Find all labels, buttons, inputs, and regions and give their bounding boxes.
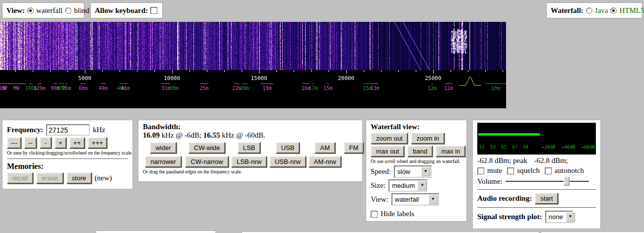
- bandwidth-readout: 16.09 kHz @ -6dB; 16.55 kHz @ -60dB.: [143, 131, 358, 140]
- view-waterfall-label[interactable]: waterfall: [36, 6, 63, 15]
- view-select-value: waterfall: [395, 196, 419, 203]
- view-blind-label[interactable]: blind: [74, 6, 89, 15]
- s-meter-scale-label: S5: [501, 145, 507, 150]
- bandwidth-label: Bandwidth:: [143, 123, 358, 131]
- chevron-down-icon[interactable]: ▼: [429, 195, 438, 204]
- view-blind-radio[interactable]: [65, 7, 71, 14]
- volume-label: Volume:: [477, 177, 503, 186]
- waterfall-java-label[interactable]: Java: [595, 6, 608, 15]
- volume-slider-track: [506, 181, 589, 182]
- size-select[interactable]: medium ▼: [388, 179, 427, 192]
- memory-erase-button[interactable]: erase: [36, 172, 64, 184]
- squelch-label[interactable]: squelch: [517, 166, 540, 175]
- s-meter-scale-label: +20dB: [542, 145, 555, 150]
- zoom-out-button[interactable]: zoom out: [371, 133, 408, 144]
- frequency-scale[interactable]: [0, 70, 506, 108]
- mute-checkbox[interactable]: [477, 167, 484, 174]
- squelch-toggle: squelch: [507, 166, 540, 175]
- bandwidth-hint: Or drag the passband edges on the freque…: [143, 169, 358, 174]
- freq-step-button-5[interactable]: +++: [88, 137, 107, 149]
- memories-label: Memories:: [7, 162, 128, 171]
- chevron-down-icon[interactable]: ▼: [421, 167, 430, 176]
- view-mode-box: View: waterfall blind: [2, 2, 84, 18]
- bandwidth-lsb-nrw-button[interactable]: LSB-nrw: [231, 156, 267, 167]
- speed-value: slow: [397, 168, 410, 175]
- mute-toggle: mute: [477, 166, 502, 175]
- audio-recording-label: Audio recording:: [477, 194, 532, 203]
- autonotch-checkbox[interactable]: [545, 167, 552, 174]
- s-meter-bar: [478, 133, 540, 136]
- waterfall-mode-box: Waterfall: Java HTML5: [546, 2, 643, 18]
- s-meter-scale-label: S9: [523, 145, 528, 150]
- allow-keyboard-box: Allow keyboard:: [90, 2, 163, 18]
- view-select[interactable]: waterfall ▼: [391, 193, 439, 206]
- size-value: medium: [392, 182, 415, 189]
- memory-store-button[interactable]: store: [66, 172, 92, 184]
- waterfall-mode-label: Waterfall:: [551, 6, 583, 15]
- hide-labels-checkbox[interactable]: [371, 211, 378, 218]
- memories-note: (new): [95, 174, 112, 182]
- recording-start-button[interactable]: start: [535, 193, 558, 204]
- freq-step-button-4[interactable]: ++: [69, 137, 85, 149]
- waterfall-html5-label[interactable]: HTML5: [619, 6, 644, 15]
- frequency-unit: kHz: [93, 126, 105, 134]
- freq-step-button-3[interactable]: +: [55, 137, 66, 149]
- view-waterfall-radio[interactable]: [27, 7, 34, 14]
- waterfall-view-panel: Waterfall view: zoom outzoom in max outb…: [366, 120, 467, 222]
- frequency-hint: Or tune by clicking/dragging/scrollwheel…: [7, 150, 128, 155]
- bandwidth-usb-button[interactable]: USB: [276, 142, 300, 154]
- speed-label: Speed:: [371, 167, 391, 176]
- s-meter-scale-label: S1: [479, 145, 485, 150]
- frequency-input[interactable]: [46, 124, 90, 136]
- squelch-checkbox[interactable]: [507, 167, 514, 174]
- max-out-button[interactable]: max out: [371, 146, 404, 157]
- allow-keyboard-checkbox[interactable]: [150, 7, 157, 14]
- memory-recall-button[interactable]: recall: [7, 172, 33, 184]
- max-in-button[interactable]: max in: [436, 146, 465, 157]
- volume-slider-thumb[interactable]: [564, 176, 570, 186]
- signal-plot-select[interactable]: none ▼: [545, 211, 573, 223]
- hide-labels-label[interactable]: Hide labels: [381, 210, 414, 218]
- bandwidth-end-text: kHz @ -60dB.: [220, 131, 265, 139]
- next-row-panel-edge: [96, 231, 216, 233]
- signal-plot-value: none: [549, 213, 563, 221]
- bandwidth-narrower-button[interactable]: narrower: [145, 156, 181, 167]
- bandwidth-wider-button[interactable]: wider: [150, 142, 176, 154]
- s-meter-scale-label: +40dB: [562, 145, 575, 150]
- signal-level-text: -62.8 dBm; peak: [477, 156, 527, 165]
- freq-step-button-0[interactable]: ---: [7, 137, 21, 149]
- bandwidth-cw-narrow-button[interactable]: CW-narrow: [185, 156, 229, 167]
- s-meter-scale-label: +60dB: [581, 145, 595, 150]
- bandwidth-buttons-row2: narrowerCW-narrowLSB-nrwUSB-nrwAM-nrw: [143, 156, 358, 167]
- bandwidth-fm-button[interactable]: FM: [344, 142, 364, 154]
- bandwidth-lsb-button[interactable]: LSB: [238, 142, 261, 154]
- size-label: Size:: [371, 181, 386, 190]
- zoom-in-button[interactable]: zoom in: [411, 133, 445, 144]
- bandwidth-cw-wide-button[interactable]: CW-wide: [189, 142, 226, 154]
- bandwidth-60db-value: 16.55: [203, 131, 220, 139]
- waterfall-canvas[interactable]: [0, 22, 506, 70]
- audio-toggles: mutesquelchautonotch: [477, 166, 596, 175]
- freq-step-button-2[interactable]: -: [40, 137, 52, 149]
- waterfall-java-radio[interactable]: [586, 7, 592, 14]
- allow-keyboard-label: Allow keyboard:: [95, 6, 148, 15]
- frequency-step-buttons: ------++++++: [7, 137, 128, 149]
- volume-slider[interactable]: [506, 176, 589, 186]
- waterfall-html5-radio[interactable]: [610, 7, 617, 14]
- bandwidth-am-nrw-button[interactable]: AM-nrw: [309, 156, 342, 167]
- bandwidth-buttons-row1: widerCW-wideLSBUSBAMFM: [143, 142, 358, 154]
- memories-buttons: recallerasestore(new): [7, 172, 128, 184]
- speed-select[interactable]: slow ▼: [394, 165, 432, 178]
- freq-step-button-1[interactable]: --: [24, 137, 37, 149]
- chevron-down-icon[interactable]: ▼: [418, 181, 427, 190]
- waterfall-range-buttons: max outbandmax in: [371, 146, 462, 157]
- view-select-label: View:: [371, 195, 388, 204]
- bandwidth-am-button[interactable]: AM: [315, 142, 335, 154]
- autonotch-label[interactable]: autonotch: [555, 166, 584, 175]
- bandwidth-usb-nrw-button[interactable]: USB-nrw: [269, 156, 306, 167]
- band-button[interactable]: band: [407, 146, 433, 157]
- bandwidth-panel: Bandwidth: 16.09 kHz @ -6dB; 16.55 kHz @…: [138, 120, 363, 182]
- mute-label[interactable]: mute: [487, 166, 502, 175]
- chevron-down-icon[interactable]: ▼: [566, 212, 575, 222]
- s-meter-scale-label: S7: [512, 145, 517, 150]
